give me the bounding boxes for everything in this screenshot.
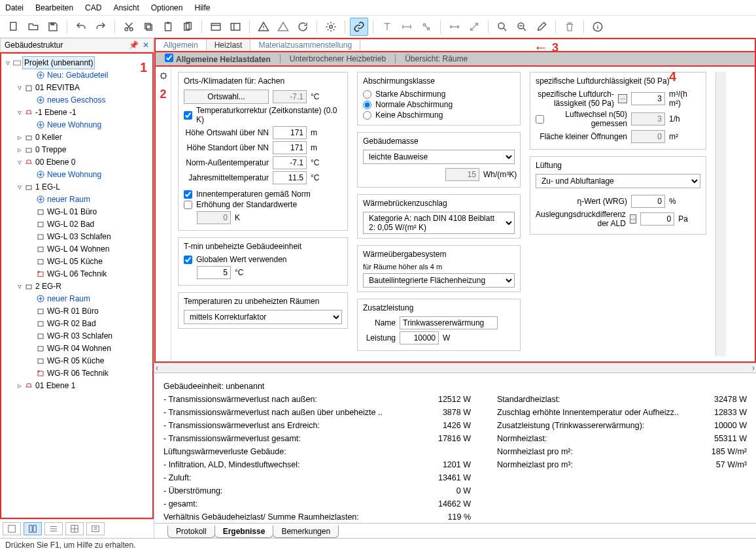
tree-row[interactable]: neues Geschoss <box>1 93 152 106</box>
klima-input-1[interactable] <box>273 141 307 154</box>
text-icon[interactable] <box>378 18 396 36</box>
info-icon[interactable] <box>589 18 607 36</box>
tree-row[interactable]: WG-L 03 Schlafen <box>1 230 152 242</box>
btab-protokoll[interactable]: Protokoll <box>167 526 215 538</box>
tree-row[interactable]: neuer Raum <box>1 292 152 305</box>
vertical-scrollbar[interactable] <box>715 72 726 356</box>
tree-row[interactable]: WG-L 05 Küche <box>1 255 152 267</box>
zusatz-name[interactable] <box>400 316 498 329</box>
lueftung-select[interactable]: Zu- und Abluftanlage <box>536 174 700 188</box>
tree-row[interactable]: WG-L 06 Technik <box>1 267 152 280</box>
strip-icon[interactable] <box>158 71 169 81</box>
subtab-checkbox[interactable] <box>165 54 173 62</box>
waermeuebergabe-select[interactable]: Bauteilintegrierte Flächenheizung <box>363 273 515 288</box>
cut-icon[interactable] <box>120 18 138 36</box>
tab-material[interactable]: Materialzusammenstellung <box>250 39 360 51</box>
tree-row[interactable]: ▹0 Keller <box>1 131 152 143</box>
link-icon[interactable] <box>350 18 368 36</box>
tree-row[interactable]: ▿-1 Ebene -1 <box>1 106 152 118</box>
btab-ergebnisse[interactable]: Ergebnisse <box>215 526 274 538</box>
zoom-icon[interactable] <box>493 18 511 36</box>
spezluft-input-0[interactable] <box>631 92 665 105</box>
erhoehung-check[interactable] <box>184 201 192 209</box>
delete-icon[interactable] <box>560 18 579 36</box>
menu-cad[interactable]: CAD <box>85 3 101 12</box>
tree-row[interactable]: WG-R 04 Wohnen <box>1 342 152 354</box>
eta-value[interactable] <box>631 195 665 208</box>
global-wert-check[interactable] <box>184 256 192 264</box>
redo-icon[interactable] <box>92 18 110 36</box>
picker-icon[interactable] <box>532 18 551 36</box>
open-icon[interactable] <box>24 18 43 36</box>
tab-allgemein[interactable]: Allgemein <box>156 39 207 51</box>
gebaeudemasse-select[interactable]: leichte Bauweise <box>363 150 515 164</box>
subtab-uebersicht[interactable]: Übersicht: Räume <box>396 53 477 65</box>
waermebruecken-select[interactable]: Kategorie A: nach DIN 4108 Beiblatt 2: 0… <box>363 212 515 234</box>
innentemp-check[interactable] <box>184 190 192 199</box>
tmin-value[interactable] <box>197 266 231 279</box>
save-icon[interactable] <box>44 18 62 36</box>
menu-optionen[interactable]: Optionen <box>151 3 183 12</box>
tree-row[interactable]: Neue Wohnung <box>1 168 152 180</box>
layout1-icon[interactable] <box>207 18 225 36</box>
tree-row[interactable]: WG-L 02 Bad <box>1 218 152 230</box>
close-icon[interactable]: ✕ <box>143 41 149 50</box>
dim2-icon[interactable] <box>417 18 436 36</box>
settings-icon[interactable] <box>322 18 340 36</box>
tree-row[interactable]: Neu: Gebäudeteil <box>1 69 152 81</box>
tree-row[interactable]: WG-R 06 Technik <box>1 367 152 379</box>
side-tab-3[interactable] <box>44 522 63 535</box>
side-tab-5[interactable] <box>86 522 105 535</box>
undo-icon[interactable] <box>72 18 90 36</box>
tree-row[interactable]: WG-R 05 Küche <box>1 354 152 367</box>
refresh-icon[interactable] <box>294 18 312 36</box>
copy2-icon[interactable] <box>179 18 197 36</box>
tree-row[interactable]: Neue Wohnung <box>1 118 152 131</box>
tree-row[interactable]: ▹0 Treppe <box>1 143 152 156</box>
btab-bemerkungen[interactable]: Bemerkungen <box>273 526 339 538</box>
dim1-icon[interactable] <box>398 18 416 36</box>
pin-icon[interactable]: 📌 <box>129 41 139 50</box>
side-tab-1[interactable] <box>3 522 21 535</box>
tree-row[interactable]: ▿1 EG-L <box>1 180 152 193</box>
klima-input-2[interactable] <box>273 156 307 169</box>
tree-row[interactable]: neuer Raum <box>1 193 152 205</box>
abschirm-keine[interactable] <box>363 111 371 120</box>
abschirm-starke[interactable] <box>363 90 371 99</box>
menu-bearbeiten[interactable]: Bearbeiten <box>35 3 73 12</box>
zusatz-leistung[interactable] <box>400 331 439 344</box>
layout2-icon[interactable] <box>226 18 245 36</box>
paste-icon[interactable] <box>159 18 177 36</box>
temp-unbeheizt-select[interactable]: mittels Korrekturfaktor <box>184 310 342 324</box>
tree-row[interactable]: ▿01 REVITBA <box>1 81 152 93</box>
new-icon[interactable] <box>5 18 23 36</box>
menu-datei[interactable]: Datei <box>5 3 24 12</box>
ald-value[interactable] <box>640 212 674 225</box>
tab-heizlast[interactable]: Heizlast <box>207 39 251 51</box>
tree-row[interactable]: ▿00 Ebene 0 <box>1 156 152 168</box>
spezluft-check-1[interactable] <box>536 115 544 124</box>
klima-input-0[interactable] <box>273 126 307 139</box>
warn1-icon[interactable] <box>254 18 273 36</box>
tree-row[interactable]: WG-L 04 Wohnen <box>1 242 152 255</box>
side-tab-2[interactable] <box>24 522 42 535</box>
subtab-unterbrochen[interactable]: Unterbrochener Heizbetrieb <box>281 53 395 65</box>
zoomfit-icon[interactable] <box>513 18 531 36</box>
tree-row[interactable]: WG-R 02 Bad <box>1 317 152 329</box>
calc-icon[interactable]: ⋯ <box>630 214 636 224</box>
tree-row[interactable]: WG-R 03 Schlafen <box>1 329 152 342</box>
horizontal-scrollbar[interactable]: ‹› <box>154 363 756 373</box>
subtab-heizlastdaten[interactable]: Allgemeine Heizlastdaten <box>156 52 280 65</box>
menu-ansicht[interactable]: Ansicht <box>113 3 139 12</box>
copy-icon[interactable] <box>139 18 158 36</box>
arrow-d-icon[interactable] <box>465 18 483 36</box>
tree-row[interactable]: ▿2 EG-R <box>1 280 152 292</box>
arrow-h-icon[interactable] <box>445 18 464 36</box>
ortswahl-button[interactable]: Ortswahl... <box>184 90 269 104</box>
klima-input-3[interactable] <box>273 171 307 184</box>
warn2-icon[interactable] <box>274 18 292 36</box>
tree-row[interactable]: WG-R 01 Büro <box>1 305 152 317</box>
calc-icon[interactable]: ⋯ <box>618 94 627 103</box>
tree-row[interactable]: ▹01 Ebene 1 <box>1 379 152 392</box>
temperaturkorrektur-check[interactable] <box>184 111 192 120</box>
